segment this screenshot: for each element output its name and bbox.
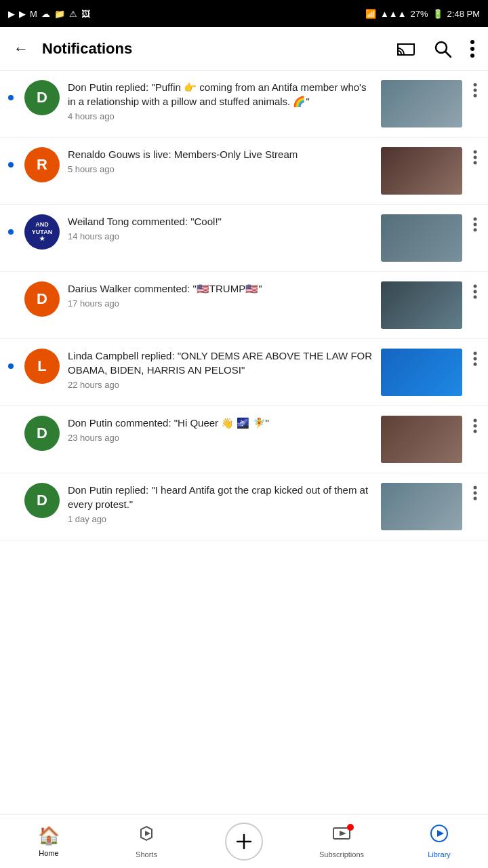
notifications-list: DDon Putin replied: "Puffin 👉 coming fro… <box>0 71 488 814</box>
svg-marker-33 <box>340 831 346 836</box>
svg-point-17 <box>474 285 477 288</box>
notification-item[interactable]: RRenaldo Gouws is live: Members-Only Liv… <box>0 138 488 205</box>
notification-time: 1 day ago <box>68 514 373 524</box>
svg-rect-0 <box>398 44 414 55</box>
image-icon: 🖼 <box>81 9 90 19</box>
video-thumbnail[interactable] <box>381 281 462 329</box>
home-label: Home <box>39 849 58 857</box>
avatar: D <box>24 80 60 115</box>
add-button[interactable] <box>225 823 263 861</box>
signal-icon: ▲▲▲ <box>380 9 407 19</box>
home-icon: 🏠 <box>38 825 60 846</box>
notification-time: 5 hours ago <box>68 164 373 174</box>
svg-point-22 <box>474 363 477 366</box>
svg-line-4 <box>445 52 451 57</box>
notification-time: 23 hours ago <box>68 433 373 443</box>
more-options-button[interactable] <box>470 281 480 306</box>
more-options-button[interactable] <box>470 416 480 440</box>
svg-point-8 <box>474 83 477 87</box>
notification-time: 22 hours ago <box>68 380 373 390</box>
more-button[interactable] <box>468 37 477 60</box>
svg-marker-29 <box>145 831 150 836</box>
warning-icon: ⚠ <box>69 9 77 19</box>
video-thumbnail[interactable] <box>381 349 462 396</box>
svg-point-25 <box>474 430 477 433</box>
time-display: 2:48 PM <box>447 9 480 19</box>
svg-point-9 <box>474 89 477 92</box>
more-options-button[interactable] <box>470 214 480 239</box>
svg-point-10 <box>474 94 477 98</box>
avatar: ANDYUTAN★ <box>24 214 60 250</box>
notification-item[interactable]: DDarius Walker commented: "🇺🇸TRUMP🇺🇸"17 … <box>0 272 488 339</box>
notification-time: 4 hours ago <box>68 111 373 121</box>
library-label: Library <box>428 850 451 859</box>
status-icons-left: ▶ ▶ M ☁ 📁 ⚠ 🖼 <box>8 9 90 19</box>
more-options-button[interactable] <box>470 483 480 507</box>
subscriptions-label: Subscriptions <box>319 850 364 859</box>
nav-shorts[interactable]: Shorts <box>98 824 195 859</box>
svg-point-13 <box>474 161 477 165</box>
svg-point-19 <box>474 296 477 299</box>
notification-time: 14 hours ago <box>68 231 373 241</box>
svg-point-21 <box>474 357 477 361</box>
wifi-icon: 📶 <box>365 9 376 19</box>
avatar: D <box>24 416 60 451</box>
notification-item[interactable]: DDon Putin replied: "Puffin 👉 coming fro… <box>0 71 488 138</box>
library-icon <box>430 824 449 848</box>
unread-dot <box>8 296 14 302</box>
nav-home[interactable]: 🏠 Home <box>0 825 98 857</box>
unread-dot <box>8 363 14 369</box>
svg-point-23 <box>474 419 477 422</box>
battery-icon: 🔋 <box>432 9 443 19</box>
m-icon: M <box>30 9 37 19</box>
status-bar: ▶ ▶ M ☁ 📁 ⚠ 🖼 📶 ▲▲▲ 27% 🔋 2:48 PM <box>0 0 488 27</box>
video-thumbnail[interactable] <box>381 147 462 195</box>
avatar: R <box>24 147 60 182</box>
video-thumbnail[interactable] <box>381 483 462 530</box>
cloud-icon: ☁ <box>41 9 50 19</box>
svg-point-18 <box>474 290 477 294</box>
svg-marker-35 <box>437 830 444 837</box>
video-thumbnail[interactable] <box>381 214 462 262</box>
notification-item[interactable]: DDon Putin commented: "Hi Queer 👋 🌌 🧚"23… <box>0 406 488 473</box>
notification-item[interactable]: DDon Putin replied: "I heard Antifa got … <box>0 473 488 540</box>
status-right: 📶 ▲▲▲ 27% 🔋 2:48 PM <box>365 9 480 19</box>
folder-icon: 📁 <box>54 9 65 19</box>
notification-text: Weiland Tong commented: "Cool!" <box>68 214 373 229</box>
back-button[interactable]: ← <box>11 37 31 60</box>
unread-dot <box>8 95 14 100</box>
notification-item[interactable]: LLinda Campbell replied: "ONLY DEMS ARE … <box>0 339 488 406</box>
avatar: L <box>24 349 60 384</box>
notification-text: Linda Campbell replied: "ONLY DEMS ARE A… <box>68 349 373 377</box>
video-thumbnail[interactable] <box>381 416 462 463</box>
notification-time: 17 hours ago <box>68 298 373 309</box>
search-button[interactable] <box>431 37 454 60</box>
notification-item[interactable]: ANDYUTAN★Weiland Tong commented: "Cool!"… <box>0 205 488 272</box>
header-icons <box>394 37 477 60</box>
svg-point-16 <box>474 229 477 232</box>
shorts-label: Shorts <box>136 850 157 859</box>
yt2-icon: ▶ <box>19 9 26 19</box>
svg-point-12 <box>474 156 477 159</box>
svg-point-14 <box>474 218 477 221</box>
video-thumbnail[interactable] <box>381 80 462 127</box>
more-options-button[interactable] <box>470 349 480 373</box>
nav-subscriptions[interactable]: Subscriptions <box>293 824 390 859</box>
nav-library[interactable]: Library <box>390 824 488 859</box>
unread-dot <box>8 162 14 167</box>
more-options-button[interactable] <box>470 147 480 172</box>
subscriptions-icon <box>332 824 351 848</box>
svg-point-28 <box>474 497 477 500</box>
nav-add[interactable] <box>195 823 293 861</box>
unread-dot <box>8 229 14 235</box>
top-bar: ← Notifications <box>0 27 488 71</box>
battery-level: 27% <box>411 9 428 19</box>
page-title: Notifications <box>42 40 384 58</box>
notification-text: Don Putin replied: "Puffin 👉 coming from… <box>68 80 373 108</box>
svg-point-11 <box>474 151 477 154</box>
more-options-button[interactable] <box>470 80 480 104</box>
notification-text: Don Putin replied: "I heard Antifa got t… <box>68 483 373 511</box>
cast-button[interactable] <box>394 39 418 59</box>
svg-point-24 <box>474 425 477 428</box>
svg-point-5 <box>470 40 474 44</box>
